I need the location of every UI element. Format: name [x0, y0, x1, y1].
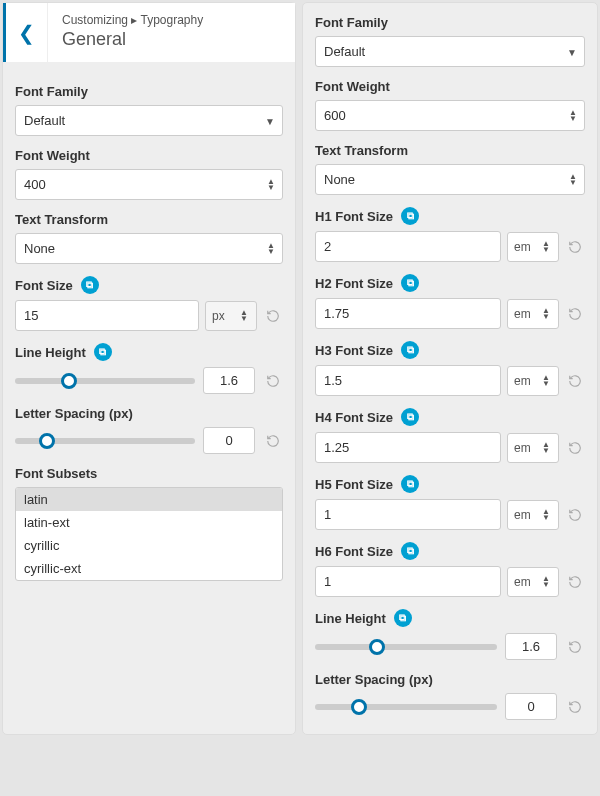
h6-font-size-label: H6 Font Size⧉ [315, 542, 585, 560]
reset-icon [568, 374, 582, 388]
font-family-select[interactable]: Default [315, 36, 585, 67]
heading-label-text: H4 Font Size [315, 410, 393, 425]
text-transform-select[interactable]: None [315, 164, 585, 195]
font-weight-label: Font Weight [315, 79, 585, 94]
h2-font-size-input[interactable] [315, 298, 501, 329]
slider-thumb[interactable] [61, 373, 77, 389]
line-height-slider[interactable] [315, 644, 497, 650]
letter-spacing-slider[interactable] [15, 438, 195, 444]
reset-button[interactable] [565, 304, 585, 324]
responsive-icon[interactable]: ⧉ [401, 408, 419, 426]
h5-font-size-label: H5 Font Size⧉ [315, 475, 585, 493]
slider-thumb[interactable] [39, 433, 55, 449]
page-title: General [62, 29, 203, 50]
line-height-label: Line Height ⧉ [315, 609, 585, 627]
heading-label-text: H2 Font Size [315, 276, 393, 291]
text-transform-select[interactable]: None [15, 233, 283, 264]
reset-button[interactable] [263, 431, 283, 451]
unit-label: px [212, 309, 225, 323]
reset-icon [568, 640, 582, 654]
h4-font-size-input[interactable] [315, 432, 501, 463]
h5-font-size-unit-select[interactable]: em▲▼ [507, 500, 559, 530]
letter-spacing-value[interactable]: 0 [505, 693, 557, 720]
panel-titles: Customizing ▸ Typography General [48, 3, 217, 62]
h3-font-size-unit-select[interactable]: em▲▼ [507, 366, 559, 396]
reset-icon [568, 441, 582, 455]
responsive-icon[interactable]: ⧉ [401, 274, 419, 292]
slider-thumb[interactable] [351, 699, 367, 715]
stepper-icon: ▲▼ [542, 241, 550, 253]
heading-label-text: H1 Font Size [315, 209, 393, 224]
unit-label: em [514, 307, 531, 321]
heading-label-text: H5 Font Size [315, 477, 393, 492]
font-subsets-listbox[interactable]: latinlatin-extcyrilliccyrillic-ext [15, 487, 283, 581]
stepper-icon: ▲▼ [542, 509, 550, 521]
reset-icon [568, 700, 582, 714]
stepper-icon: ▲▼ [542, 308, 550, 320]
reset-icon [568, 240, 582, 254]
stepper-icon: ▲▼ [542, 442, 550, 454]
font-subset-option[interactable]: latin [16, 488, 282, 511]
letter-spacing-value[interactable]: 0 [203, 427, 255, 454]
reset-button[interactable] [565, 237, 585, 257]
h6-font-size-input[interactable] [315, 566, 501, 597]
h4-font-size-unit-select[interactable]: em▲▼ [507, 433, 559, 463]
font-size-label: Font Size ⧉ [15, 276, 283, 294]
heading-label-text: H6 Font Size [315, 544, 393, 559]
unit-label: em [514, 575, 531, 589]
reset-button[interactable] [565, 697, 585, 717]
reset-button[interactable] [565, 637, 585, 657]
responsive-icon[interactable]: ⧉ [394, 609, 412, 627]
h1-font-size-input[interactable] [315, 231, 501, 262]
font-family-select[interactable]: Default [15, 105, 283, 136]
font-subset-option[interactable]: cyrillic [16, 534, 282, 557]
font-subsets-label: Font Subsets [15, 466, 283, 481]
font-weight-select[interactable]: 400 [15, 169, 283, 200]
h4-font-size-label: H4 Font Size⧉ [315, 408, 585, 426]
reset-button[interactable] [565, 572, 585, 592]
font-subset-option[interactable]: cyrillic-ext [16, 557, 282, 580]
stepper-icon: ▲▼ [542, 375, 550, 387]
reset-button[interactable] [565, 505, 585, 525]
h3-font-size-input[interactable] [315, 365, 501, 396]
reset-button[interactable] [565, 371, 585, 391]
customizer-panel-general: ❮ Customizing ▸ Typography General Font … [2, 2, 296, 735]
letter-spacing-slider[interactable] [315, 704, 497, 710]
line-height-label: Line Height ⧉ [15, 343, 283, 361]
font-size-input[interactable] [15, 300, 199, 331]
reset-button[interactable] [263, 371, 283, 391]
h5-font-size-input[interactable] [315, 499, 501, 530]
h1-font-size-unit-select[interactable]: em▲▼ [507, 232, 559, 262]
font-weight-select[interactable]: 600 [315, 100, 585, 131]
letter-spacing-label: Letter Spacing (px) [15, 406, 283, 421]
slider-thumb[interactable] [369, 639, 385, 655]
back-button[interactable]: ❮ [6, 3, 48, 62]
reset-icon [568, 508, 582, 522]
font-subset-option[interactable]: latin-ext [16, 511, 282, 534]
reset-button[interactable] [565, 438, 585, 458]
responsive-icon[interactable]: ⧉ [401, 341, 419, 359]
line-height-slider[interactable] [15, 378, 195, 384]
responsive-icon[interactable]: ⧉ [401, 475, 419, 493]
reset-icon [568, 307, 582, 321]
line-height-label-text: Line Height [315, 611, 386, 626]
h2-font-size-unit-select[interactable]: em▲▼ [507, 299, 559, 329]
reset-button[interactable] [263, 306, 283, 326]
responsive-icon[interactable]: ⧉ [401, 542, 419, 560]
h3-font-size-label: H3 Font Size⧉ [315, 341, 585, 359]
unit-label: em [514, 374, 531, 388]
line-height-value[interactable]: 1.6 [203, 367, 255, 394]
h1-font-size-label: H1 Font Size⧉ [315, 207, 585, 225]
font-size-label-text: Font Size [15, 278, 73, 293]
responsive-icon[interactable]: ⧉ [94, 343, 112, 361]
text-transform-label: Text Transform [315, 143, 585, 158]
reset-icon [568, 575, 582, 589]
h6-font-size-unit-select[interactable]: em▲▼ [507, 567, 559, 597]
responsive-icon[interactable]: ⧉ [81, 276, 99, 294]
stepper-icon: ▲▼ [240, 310, 248, 322]
line-height-value[interactable]: 1.6 [505, 633, 557, 660]
font-family-label: Font Family [15, 84, 283, 99]
letter-spacing-label: Letter Spacing (px) [315, 672, 585, 687]
font-size-unit-select[interactable]: px ▲▼ [205, 301, 257, 331]
responsive-icon[interactable]: ⧉ [401, 207, 419, 225]
